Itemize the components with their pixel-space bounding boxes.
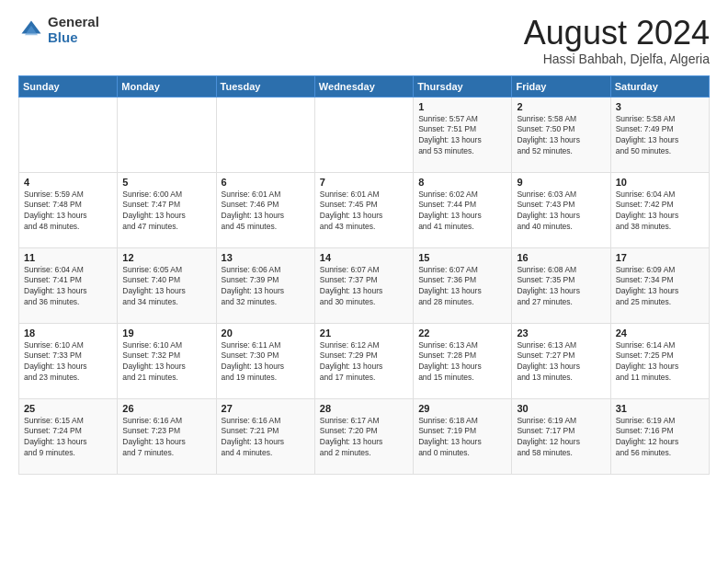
day-number: 15 xyxy=(418,252,506,263)
calendar-cell: 25Sunrise: 6:15 AM Sunset: 7:24 PM Dayli… xyxy=(19,398,118,474)
day-number: 24 xyxy=(616,327,704,339)
calendar-cell: 31Sunrise: 6:19 AM Sunset: 7:16 PM Dayli… xyxy=(610,398,709,474)
day-number: 21 xyxy=(320,327,408,339)
day-info: Sunrise: 6:14 AM Sunset: 7:25 PM Dayligh… xyxy=(616,340,704,385)
calendar-cell: 9Sunrise: 6:03 AM Sunset: 7:43 PM Daylig… xyxy=(512,172,610,247)
day-number: 31 xyxy=(616,403,704,414)
day-number: 26 xyxy=(122,403,210,414)
page: General Blue August 2024 Hassi Bahbah, D… xyxy=(0,0,728,563)
day-info: Sunrise: 6:13 AM Sunset: 7:27 PM Dayligh… xyxy=(517,340,605,385)
calendar-cell: 10Sunrise: 6:04 AM Sunset: 7:42 PM Dayli… xyxy=(610,172,709,247)
day-info: Sunrise: 6:09 AM Sunset: 7:34 PM Dayligh… xyxy=(616,265,704,309)
day-info: Sunrise: 6:05 AM Sunset: 7:40 PM Dayligh… xyxy=(122,265,210,309)
day-info: Sunrise: 6:10 AM Sunset: 7:33 PM Dayligh… xyxy=(24,340,112,385)
calendar-cell: 3Sunrise: 5:58 AM Sunset: 7:49 PM Daylig… xyxy=(610,97,709,172)
calendar-table: Sunday Monday Tuesday Wednesday Thursday… xyxy=(18,75,710,475)
day-info: Sunrise: 6:00 AM Sunset: 7:47 PM Dayligh… xyxy=(122,190,210,234)
calendar-cell: 30Sunrise: 6:19 AM Sunset: 7:17 PM Dayli… xyxy=(512,398,610,474)
day-number: 25 xyxy=(24,403,112,414)
calendar-week-row: 25Sunrise: 6:15 AM Sunset: 7:24 PM Dayli… xyxy=(19,398,710,474)
calendar-cell: 5Sunrise: 6:00 AM Sunset: 7:47 PM Daylig… xyxy=(118,172,216,247)
day-number: 16 xyxy=(517,252,605,263)
day-number: 7 xyxy=(320,177,408,188)
calendar-cell: 1Sunrise: 5:57 AM Sunset: 7:51 PM Daylig… xyxy=(414,97,512,172)
logo-general-text: General xyxy=(48,15,99,30)
day-number: 4 xyxy=(24,177,112,188)
day-info: Sunrise: 6:11 AM Sunset: 7:30 PM Dayligh… xyxy=(222,340,310,385)
calendar-cell xyxy=(314,97,413,172)
calendar-cell: 11Sunrise: 6:04 AM Sunset: 7:41 PM Dayli… xyxy=(19,247,118,323)
day-info: Sunrise: 6:18 AM Sunset: 7:19 PM Dayligh… xyxy=(418,416,506,460)
day-info: Sunrise: 6:16 AM Sunset: 7:21 PM Dayligh… xyxy=(222,416,310,460)
calendar-cell: 17Sunrise: 6:09 AM Sunset: 7:34 PM Dayli… xyxy=(610,247,709,323)
day-number: 14 xyxy=(320,252,408,263)
calendar-cell: 14Sunrise: 6:07 AM Sunset: 7:37 PM Dayli… xyxy=(314,247,413,323)
calendar-cell xyxy=(216,97,314,172)
day-number: 6 xyxy=(222,177,310,188)
calendar-week-row: 4Sunrise: 5:59 AM Sunset: 7:48 PM Daylig… xyxy=(19,172,710,247)
day-number: 13 xyxy=(222,252,310,263)
day-info: Sunrise: 6:04 AM Sunset: 7:42 PM Dayligh… xyxy=(616,190,704,234)
day-info: Sunrise: 6:15 AM Sunset: 7:24 PM Dayligh… xyxy=(24,416,112,460)
title-block: August 2024 Hassi Bahbah, Djelfa, Algeri… xyxy=(524,15,710,66)
calendar-cell: 4Sunrise: 5:59 AM Sunset: 7:48 PM Daylig… xyxy=(19,172,118,247)
day-info: Sunrise: 6:01 AM Sunset: 7:45 PM Dayligh… xyxy=(320,190,408,234)
col-sunday: Sunday xyxy=(19,75,118,97)
day-info: Sunrise: 6:10 AM Sunset: 7:32 PM Dayligh… xyxy=(122,340,210,385)
calendar-cell: 20Sunrise: 6:11 AM Sunset: 7:30 PM Dayli… xyxy=(216,323,314,398)
header: General Blue August 2024 Hassi Bahbah, D… xyxy=(18,15,710,66)
calendar-cell: 15Sunrise: 6:07 AM Sunset: 7:36 PM Dayli… xyxy=(414,247,512,323)
month-title: August 2024 xyxy=(524,15,710,52)
calendar-cell: 12Sunrise: 6:05 AM Sunset: 7:40 PM Dayli… xyxy=(118,247,216,323)
day-info: Sunrise: 6:12 AM Sunset: 7:29 PM Dayligh… xyxy=(320,340,408,385)
calendar-cell: 18Sunrise: 6:10 AM Sunset: 7:33 PM Dayli… xyxy=(19,323,118,398)
calendar-cell: 23Sunrise: 6:13 AM Sunset: 7:27 PM Dayli… xyxy=(512,323,610,398)
calendar-cell xyxy=(19,97,118,172)
calendar-cell: 27Sunrise: 6:16 AM Sunset: 7:21 PM Dayli… xyxy=(216,398,314,474)
calendar-cell: 2Sunrise: 5:58 AM Sunset: 7:50 PM Daylig… xyxy=(512,97,610,172)
day-number: 3 xyxy=(616,101,704,112)
calendar-cell: 7Sunrise: 6:01 AM Sunset: 7:45 PM Daylig… xyxy=(314,172,413,247)
calendar-cell: 22Sunrise: 6:13 AM Sunset: 7:28 PM Dayli… xyxy=(414,323,512,398)
logo-text: General Blue xyxy=(48,15,99,45)
day-info: Sunrise: 6:04 AM Sunset: 7:41 PM Dayligh… xyxy=(24,265,112,309)
day-number: 30 xyxy=(517,403,605,414)
day-info: Sunrise: 6:07 AM Sunset: 7:37 PM Dayligh… xyxy=(320,265,408,309)
day-number: 10 xyxy=(616,177,704,188)
day-number: 9 xyxy=(517,177,605,188)
col-friday: Friday xyxy=(512,75,610,97)
calendar-cell: 29Sunrise: 6:18 AM Sunset: 7:19 PM Dayli… xyxy=(414,398,512,474)
calendar-cell: 26Sunrise: 6:16 AM Sunset: 7:23 PM Dayli… xyxy=(118,398,216,474)
day-number: 19 xyxy=(122,327,210,339)
logo-icon xyxy=(18,17,44,43)
day-number: 8 xyxy=(418,177,506,188)
location: Hassi Bahbah, Djelfa, Algeria xyxy=(524,52,710,66)
calendar-week-row: 1Sunrise: 5:57 AM Sunset: 7:51 PM Daylig… xyxy=(19,97,710,172)
day-number: 17 xyxy=(616,252,704,263)
day-info: Sunrise: 5:58 AM Sunset: 7:49 PM Dayligh… xyxy=(616,114,704,158)
day-info: Sunrise: 5:58 AM Sunset: 7:50 PM Dayligh… xyxy=(517,114,605,158)
calendar-cell: 24Sunrise: 6:14 AM Sunset: 7:25 PM Dayli… xyxy=(610,323,709,398)
day-info: Sunrise: 6:19 AM Sunset: 7:16 PM Dayligh… xyxy=(616,416,704,460)
day-number: 11 xyxy=(24,252,112,263)
day-number: 23 xyxy=(517,327,605,339)
calendar-cell: 28Sunrise: 6:17 AM Sunset: 7:20 PM Dayli… xyxy=(314,398,413,474)
calendar-cell: 13Sunrise: 6:06 AM Sunset: 7:39 PM Dayli… xyxy=(216,247,314,323)
calendar-cell: 6Sunrise: 6:01 AM Sunset: 7:46 PM Daylig… xyxy=(216,172,314,247)
day-info: Sunrise: 5:59 AM Sunset: 7:48 PM Dayligh… xyxy=(24,190,112,234)
day-number: 5 xyxy=(122,177,210,188)
col-wednesday: Wednesday xyxy=(314,75,413,97)
day-info: Sunrise: 5:57 AM Sunset: 7:51 PM Dayligh… xyxy=(418,114,506,158)
calendar-week-row: 11Sunrise: 6:04 AM Sunset: 7:41 PM Dayli… xyxy=(19,247,710,323)
col-thursday: Thursday xyxy=(414,75,512,97)
logo-blue-text: Blue xyxy=(48,30,99,46)
day-number: 29 xyxy=(418,403,506,414)
calendar-cell: 19Sunrise: 6:10 AM Sunset: 7:32 PM Dayli… xyxy=(118,323,216,398)
day-number: 22 xyxy=(418,327,506,339)
day-number: 18 xyxy=(24,327,112,339)
calendar-week-row: 18Sunrise: 6:10 AM Sunset: 7:33 PM Dayli… xyxy=(19,323,710,398)
day-number: 27 xyxy=(222,403,310,414)
calendar-cell xyxy=(118,97,216,172)
day-info: Sunrise: 6:13 AM Sunset: 7:28 PM Dayligh… xyxy=(418,340,506,385)
day-number: 12 xyxy=(122,252,210,263)
